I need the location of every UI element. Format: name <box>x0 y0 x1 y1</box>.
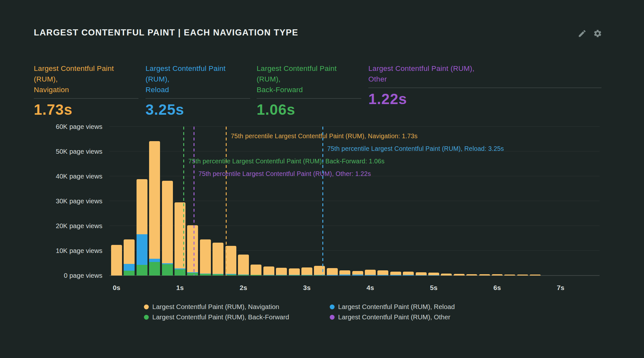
histogram-bar[interactable] <box>162 181 173 276</box>
billboard-divider <box>368 88 601 88</box>
histogram-bar[interactable] <box>137 179 147 276</box>
page-title: LARGEST CONTENTFUL PAINT | EACH NAVIGATI… <box>34 28 298 38</box>
histogram-bar[interactable] <box>111 245 122 276</box>
percentile-line <box>226 127 227 276</box>
percentile-line <box>194 127 194 276</box>
billboard-reload: Largest Contentful Paint (RUM),Reload3.2… <box>146 63 250 118</box>
histogram-bar[interactable] <box>327 268 338 276</box>
bar-segment <box>124 264 135 271</box>
histogram-bar[interactable] <box>530 275 541 276</box>
chart-legend: Largest Contentful Paint (RUM), Navigati… <box>144 302 516 322</box>
legend-item[interactable]: Largest Contentful Paint (RUM), Reload <box>330 302 516 312</box>
histogram-bar[interactable] <box>213 243 223 276</box>
percentile-annotation: 75th percentile Largest Contentful Paint… <box>327 145 504 152</box>
bar-segment <box>479 274 490 276</box>
histogram-bar[interactable] <box>504 275 515 276</box>
billboard-divider <box>146 98 250 99</box>
bar-segment <box>238 275 249 276</box>
bar-segment <box>200 239 211 273</box>
billboard-label: Reload <box>146 84 250 95</box>
histogram-bar[interactable] <box>492 274 503 276</box>
billboard-label: Largest Contentful Paint (RUM), <box>257 63 361 84</box>
billboard-divider <box>34 98 138 99</box>
bar-segment <box>200 274 211 276</box>
bar-segment <box>289 268 300 275</box>
percentile-annotation: 75th percentile Largest Contentful Paint… <box>188 158 385 165</box>
histogram-bar[interactable] <box>187 225 198 276</box>
histogram-bar[interactable] <box>441 274 452 276</box>
y-tick-label: 0 page views <box>28 272 102 279</box>
x-tick-label: 4s <box>357 284 383 292</box>
histogram-bar[interactable] <box>416 272 427 276</box>
bar-segment <box>339 270 350 275</box>
histogram-bar[interactable] <box>149 141 160 276</box>
billboard-navigation: Largest Contentful Paint (RUM),Navigatio… <box>34 63 138 118</box>
billboard-divider <box>257 98 361 99</box>
histogram-bar[interactable] <box>428 273 439 276</box>
billboard-label: Largest Contentful Paint (RUM), <box>368 63 601 74</box>
legend-item[interactable]: Largest Contentful Paint (RUM), Back-For… <box>144 312 330 322</box>
widget-header-actions <box>578 29 602 38</box>
bar-segment <box>517 275 528 276</box>
bar-segment <box>187 225 198 272</box>
billboard-back-forward: Largest Contentful Paint (RUM),Back-Forw… <box>257 63 361 118</box>
legend-label: Largest Contentful Paint (RUM), Navigati… <box>152 303 279 311</box>
bar-segment <box>289 275 300 276</box>
bar-segment <box>238 255 249 275</box>
histogram-bar[interactable] <box>289 268 300 276</box>
bar-segment <box>276 275 287 276</box>
bar-segment <box>137 234 147 265</box>
histogram-bar[interactable] <box>238 255 249 276</box>
histogram-bar[interactable] <box>479 274 490 276</box>
legend-dot <box>144 305 149 309</box>
bar-segment <box>403 272 414 275</box>
histogram-bar[interactable] <box>276 268 287 276</box>
bar-segment <box>124 271 135 276</box>
y-tick-label: 50K page views <box>28 148 102 155</box>
bar-segment <box>276 268 287 275</box>
bar-segment <box>365 270 376 275</box>
bar-segment <box>124 239 135 264</box>
bar-segment <box>251 265 261 275</box>
histogram-bar[interactable] <box>517 275 528 276</box>
edit-icon[interactable] <box>578 29 587 38</box>
histogram-bar[interactable] <box>339 270 350 276</box>
billboard-value: 1.06s <box>257 102 361 118</box>
histogram-bar[interactable] <box>377 270 388 276</box>
bar-segment <box>504 275 515 276</box>
bar-segment <box>251 275 261 276</box>
histogram-bar[interactable] <box>263 266 274 276</box>
bar-segment <box>149 141 160 259</box>
histogram-bar[interactable] <box>466 274 477 276</box>
x-tick-label: 5s <box>421 284 447 292</box>
legend-label: Largest Contentful Paint (RUM), Other <box>338 313 450 321</box>
histogram-bar[interactable] <box>301 267 312 276</box>
histogram-bar[interactable] <box>314 266 325 276</box>
histogram-bar[interactable] <box>403 272 414 276</box>
x-tick-label: 3s <box>294 284 320 292</box>
billboard-label: Navigation <box>34 84 138 95</box>
bar-segment <box>225 246 236 274</box>
histogram-bar[interactable] <box>454 274 465 276</box>
bar-segment <box>466 274 477 276</box>
bar-segment <box>111 245 122 276</box>
billboard-label: Back-Forward <box>257 84 361 95</box>
bar-segment <box>416 272 427 275</box>
histogram-bar[interactable] <box>251 265 261 276</box>
legend-item[interactable]: Largest Contentful Paint (RUM), Other <box>330 312 516 322</box>
y-tick-label: 60K page views <box>28 123 102 131</box>
histogram-bar[interactable] <box>352 271 363 276</box>
x-tick-label: 0s <box>104 284 129 292</box>
histogram-bar[interactable] <box>365 270 376 276</box>
legend-label: Largest Contentful Paint (RUM), Reload <box>338 303 455 311</box>
gridline-30K-page-views <box>109 201 600 201</box>
histogram-bar[interactable] <box>225 246 236 276</box>
legend-item[interactable]: Largest Contentful Paint (RUM), Navigati… <box>144 302 330 312</box>
histogram-bar[interactable] <box>200 239 211 276</box>
y-tick-label: 10K page views <box>28 247 102 255</box>
histogram-bar[interactable] <box>390 272 401 276</box>
gridline-60K-page-views <box>109 126 600 127</box>
bar-segment <box>428 273 439 275</box>
settings-icon[interactable] <box>593 29 602 38</box>
histogram-bar[interactable] <box>124 239 135 276</box>
